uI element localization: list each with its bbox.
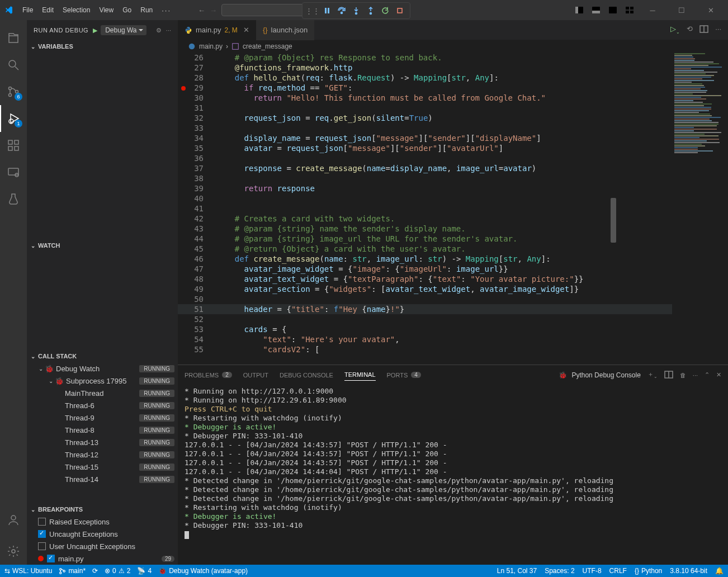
checkbox[interactable] (38, 518, 46, 526)
callstack-item[interactable]: Thread-12RUNNING (27, 448, 178, 461)
panel-close-icon[interactable]: ✕ (716, 371, 721, 379)
activity-scm-icon[interactable]: 6 (0, 78, 27, 105)
activity-testing-icon[interactable] (0, 186, 27, 212)
code-line[interactable]: 26 # @param {Object} res Response to sen… (178, 53, 672, 63)
code-line[interactable]: 46 def create_message(name: str, image_u… (178, 254, 672, 264)
activity-debug-icon[interactable]: 1 (0, 105, 27, 132)
code-line[interactable]: 31 (178, 103, 672, 113)
status-language[interactable]: {}Python (635, 567, 662, 575)
terminal-new-icon[interactable]: ＋⌄ (647, 370, 658, 379)
status-notifications-icon[interactable]: 🔔 (715, 567, 724, 575)
activity-remote-icon[interactable] (0, 159, 27, 186)
status-cursor[interactable]: Ln 51, Col 37 (497, 567, 537, 575)
window-close-icon[interactable]: ✕ (698, 2, 724, 18)
code-line[interactable]: 37 response = create_message(name=displa… (178, 163, 672, 173)
checkbox[interactable] (47, 555, 55, 562)
tab-close-icon[interactable]: ✕ (243, 26, 249, 34)
more-icon[interactable]: ··· (166, 27, 171, 34)
code-line[interactable]: 54 "text": "Here's your avatar", (178, 334, 672, 344)
panel-tab-problems[interactable]: PROBLEMS2 (185, 370, 232, 381)
code-line[interactable]: 55 "cardsV2": [ (178, 344, 672, 354)
panel-maximize-icon[interactable]: ⌃ (705, 371, 710, 379)
status-indent[interactable]: Spaces: 2 (545, 567, 574, 575)
tab-launch-json[interactable]: {} launch.json (256, 20, 314, 40)
nav-forward-icon[interactable]: → (210, 6, 217, 15)
editor[interactable]: 26 # @param {Object} res Response to sen… (178, 53, 672, 365)
editor-more-icon[interactable]: ··· (715, 25, 721, 35)
status-branch[interactable]: main* (59, 567, 86, 575)
code-line[interactable]: 28 def hello_chat(req: flask.Request) ->… (178, 73, 672, 83)
window-maximize-icon[interactable]: ☐ (669, 2, 694, 18)
nav-back-icon[interactable]: ← (198, 6, 205, 15)
editor-scrollbar[interactable] (608, 53, 616, 365)
menu-edit[interactable]: Edit (37, 4, 58, 16)
code-line[interactable]: 43 # @param {string} name the sender's d… (178, 224, 672, 234)
activity-search-icon[interactable] (0, 51, 27, 78)
terminal[interactable]: * Running on http://127.0.0.1:9000 * Run… (178, 385, 728, 565)
menu-selection[interactable]: Selection (58, 4, 94, 16)
debug-drag-icon[interactable]: ⋮⋮ (307, 5, 318, 16)
breadcrumb-symbol[interactable]: create_message (243, 42, 292, 50)
code-line[interactable]: 41 (178, 204, 672, 214)
code-line[interactable]: 52 (178, 314, 672, 324)
code-line[interactable]: 47 avatar_image_widget = {"image": {"ima… (178, 264, 672, 274)
code-line[interactable]: 29 if req.method == "GET": (178, 83, 672, 93)
section-breakpoints[interactable]: ⌄BREAKPOINTS (27, 503, 178, 515)
section-callstack[interactable]: ⌄CALL STACK (27, 350, 178, 362)
code-line[interactable]: 53 cards = { (178, 324, 672, 334)
code-line[interactable]: 40 (178, 193, 672, 204)
status-problems[interactable]: ⊗0⚠2 (105, 567, 130, 575)
gear-icon[interactable]: ⚙ (156, 27, 162, 34)
status-remote[interactable]: ⇆WSL: Ubuntu (4, 567, 52, 575)
panel-tab-ports[interactable]: PORTS4 (387, 370, 421, 381)
code-line[interactable]: 30 return "Hello! This function must be … (178, 93, 672, 103)
status-debug[interactable]: 🐞Debug Watch (avatar-app) (158, 567, 248, 575)
activity-settings-icon[interactable] (0, 538, 27, 565)
menu-view[interactable]: View (94, 4, 118, 16)
breakpoint-row[interactable]: Uncaught Exceptions (27, 528, 178, 540)
status-encoding[interactable]: UTF-8 (583, 567, 602, 575)
terminal-kill-icon[interactable]: 🗑 (680, 372, 686, 379)
code-line[interactable]: 34 display_name = request_json["message"… (178, 133, 672, 143)
breadcrumb-file[interactable]: main.py (199, 42, 223, 50)
section-variables[interactable]: ⌄VARIABLES (27, 40, 178, 53)
customize-layout-icon[interactable] (625, 6, 634, 15)
window-minimize-icon[interactable]: ─ (640, 2, 665, 18)
callstack-item[interactable]: Thread-6RUNNING (27, 399, 178, 412)
code-line[interactable]: 39 return response (178, 183, 672, 193)
code-line[interactable]: 48 avatar_text_widget = {"textParagraph"… (178, 274, 672, 284)
breakpoint-row[interactable]: Raised Exceptions (27, 515, 178, 528)
debug-step-out-icon[interactable] (365, 5, 376, 16)
debug-start-icon[interactable]: ▶ (93, 27, 97, 34)
checkbox[interactable] (38, 530, 46, 538)
code-line[interactable]: 49 avatar_section = {"widgets": [avatar_… (178, 284, 672, 294)
debug-pause-icon[interactable] (322, 5, 333, 16)
toggle-primary-sidebar-icon[interactable] (575, 6, 584, 15)
panel-tab-terminal[interactable]: TERMINAL (344, 369, 376, 381)
debug-stop-icon[interactable] (394, 5, 405, 16)
callstack-item[interactable]: Thread-9RUNNING (27, 412, 178, 424)
callstack-item[interactable]: Thread-8RUNNING (27, 424, 178, 436)
menu-file[interactable]: File (18, 4, 37, 16)
terminal-select[interactable]: 🐞Python Debug Console (559, 371, 640, 379)
panel-tab-output[interactable]: OUTPUT (243, 370, 268, 381)
checkbox[interactable] (38, 542, 46, 550)
callstack-item[interactable]: Thread-15RUNNING (27, 461, 178, 473)
breakpoint-dot-icon[interactable] (181, 86, 186, 91)
split-editor-icon[interactable] (699, 25, 708, 35)
debug-step-over-icon[interactable] (336, 5, 347, 16)
code-line[interactable]: 33 (178, 123, 672, 133)
toggle-secondary-sidebar-icon[interactable] (608, 6, 617, 15)
status-sync[interactable]: ⟳ (92, 567, 98, 575)
debug-restart-icon[interactable] (380, 5, 391, 16)
code-line[interactable]: 32 request_json = req.get_json(silent=Tr… (178, 113, 672, 123)
run-file-icon[interactable]: ▷⌄ (670, 25, 680, 35)
debug-step-into-icon[interactable] (351, 5, 362, 16)
activity-accounts-icon[interactable] (0, 507, 27, 533)
code-line[interactable]: 50 (178, 294, 672, 304)
toggle-panel-icon[interactable] (592, 6, 601, 15)
menu-overflow[interactable]: ··· (157, 4, 176, 17)
activity-explorer-icon[interactable] (0, 25, 27, 51)
debug-config-select[interactable]: Debug Wa (101, 25, 146, 35)
tab-main-py[interactable]: main.py 2, M ✕ (178, 20, 256, 40)
